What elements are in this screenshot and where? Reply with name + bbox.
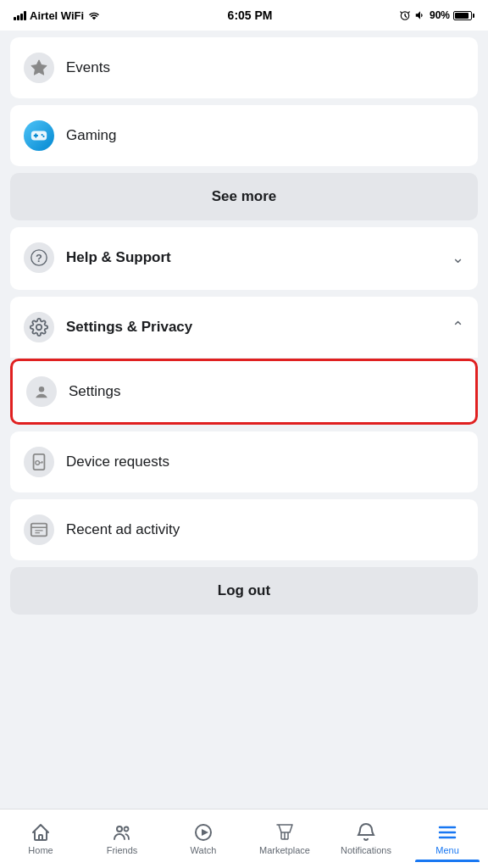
scroll-content: Events Gaming See more xyxy=(0,31,488,809)
settings-item[interactable]: Settings xyxy=(10,359,478,425)
nav-home[interactable]: Home xyxy=(0,815,81,862)
battery-icon xyxy=(453,11,474,20)
settings-privacy-header[interactable]: Settings & Privacy ⌃ xyxy=(10,297,478,359)
recent-ad-activity-label: Recent ad activity xyxy=(66,521,464,538)
help-support-header[interactable]: ? Help & Support ⌄ xyxy=(10,227,478,288)
marketplace-icon xyxy=(274,822,295,843)
svg-rect-2 xyxy=(31,131,47,141)
status-bar: Airtel WiFi 6:05 PM 90% xyxy=(0,0,488,31)
bottom-nav: Home Friends Watch Marketplace xyxy=(0,809,488,868)
gaming-item[interactable]: Gaming xyxy=(10,105,478,166)
svg-point-6 xyxy=(42,136,44,137)
ad-activity-icon xyxy=(30,520,48,539)
help-support-label: Help & Support xyxy=(66,249,440,266)
svg-point-20 xyxy=(117,826,122,832)
battery-percent: 90% xyxy=(430,9,450,21)
events-icon xyxy=(24,53,54,83)
settings-privacy-section: Settings & Privacy ⌃ Settings xyxy=(10,297,478,560)
nav-menu[interactable]: Menu xyxy=(407,815,488,862)
nav-notifications[interactable]: Notifications xyxy=(325,815,407,862)
nav-watch-label: Watch xyxy=(191,845,217,855)
gear-icon xyxy=(30,318,48,337)
events-label: Events xyxy=(66,59,464,76)
device-requests-label: Device requests xyxy=(66,453,464,470)
question-icon: ? xyxy=(30,248,48,267)
events-item[interactable]: Events xyxy=(10,37,478,98)
svg-point-21 xyxy=(125,827,129,832)
home-icon xyxy=(30,822,51,843)
help-support-card[interactable]: ? Help & Support ⌄ xyxy=(10,227,478,290)
settings-chevron-icon: ⌃ xyxy=(452,318,464,337)
gaming-label: Gaming xyxy=(66,127,464,144)
gamepad-icon xyxy=(30,126,48,145)
ad-icon xyxy=(24,515,54,545)
see-more-card[interactable]: See more xyxy=(10,173,478,220)
nav-menu-label: Menu xyxy=(435,845,459,855)
svg-point-11 xyxy=(39,387,44,392)
nav-friends-label: Friends xyxy=(107,845,138,855)
nav-home-label: Home xyxy=(28,845,53,855)
status-right: 90% xyxy=(399,9,474,21)
nav-watch[interactable]: Watch xyxy=(163,815,244,862)
svg-marker-23 xyxy=(202,829,208,836)
nav-marketplace-label: Marketplace xyxy=(259,845,310,855)
mute-icon xyxy=(414,9,426,21)
settings-label: Settings xyxy=(69,383,462,400)
signal-icon xyxy=(14,10,26,20)
svg-marker-1 xyxy=(31,60,47,75)
logout-card[interactable]: Log out xyxy=(10,567,478,615)
help-icon: ? xyxy=(24,242,54,273)
svg-point-9 xyxy=(36,325,42,330)
settings-gear-icon xyxy=(24,312,54,342)
status-time: 6:05 PM xyxy=(228,8,273,22)
gaming-card[interactable]: Gaming xyxy=(10,105,478,166)
watch-icon xyxy=(193,822,214,843)
device-icon xyxy=(24,447,54,477)
recent-ad-activity-item[interactable]: Recent ad activity xyxy=(10,499,478,560)
events-card[interactable]: Events xyxy=(10,37,478,98)
help-chevron-icon: ⌄ xyxy=(452,248,464,267)
nav-notifications-label: Notifications xyxy=(341,845,391,855)
device-requests-item[interactable]: Device requests xyxy=(10,431,478,492)
star-icon xyxy=(30,58,48,77)
menu-icon xyxy=(437,822,458,843)
wifi-icon xyxy=(87,10,101,20)
alarm-icon xyxy=(399,9,411,21)
see-more-label: See more xyxy=(212,188,277,204)
friends-icon xyxy=(112,822,132,843)
settings-privacy-label: Settings & Privacy xyxy=(66,319,440,336)
svg-text:?: ? xyxy=(36,252,42,264)
logout-label: Log out xyxy=(218,582,270,598)
settings-person-icon xyxy=(26,376,57,407)
recent-ad-activity-card[interactable]: Recent ad activity xyxy=(10,499,478,560)
mobile-key-icon xyxy=(30,453,48,471)
carrier-label: Airtel WiFi xyxy=(30,9,84,22)
gaming-icon xyxy=(24,120,54,151)
svg-point-5 xyxy=(42,134,43,136)
status-left: Airtel WiFi xyxy=(14,9,101,22)
person-circle-icon xyxy=(32,382,51,401)
svg-point-13 xyxy=(36,461,40,465)
svg-rect-16 xyxy=(31,524,47,537)
notifications-icon xyxy=(356,822,376,843)
nav-friends[interactable]: Friends xyxy=(81,815,163,862)
device-requests-card[interactable]: Device requests xyxy=(10,431,478,492)
nav-marketplace[interactable]: Marketplace xyxy=(244,815,325,862)
